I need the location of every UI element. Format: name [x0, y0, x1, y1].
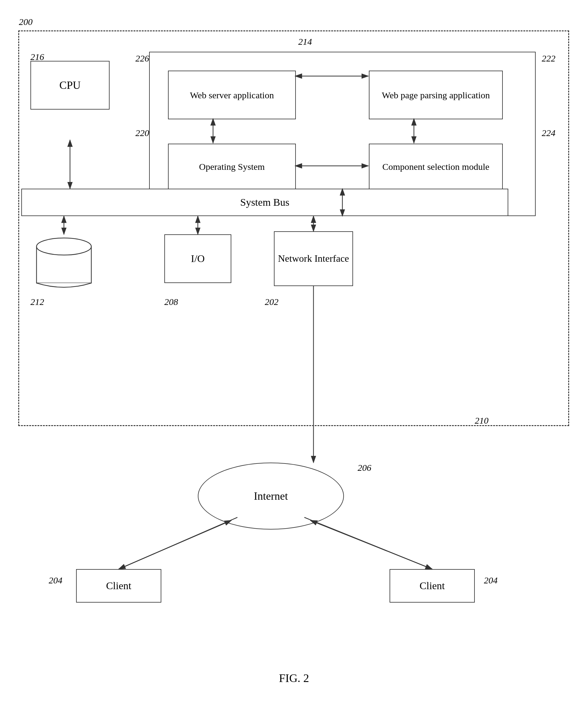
- ref-204-right: 204: [484, 575, 498, 585]
- ref-226: 226: [135, 53, 149, 64]
- svg-point-1: [36, 238, 91, 255]
- svg-line-15: [119, 521, 231, 569]
- client-box-left: Client: [76, 569, 161, 603]
- network-interface-label: Network Interface: [278, 252, 349, 265]
- web-parse-box: Web page parsing application: [369, 71, 503, 119]
- ref-208: 208: [164, 297, 178, 307]
- ref-214: 214: [298, 36, 312, 47]
- ref-212: 212: [30, 297, 44, 307]
- io-label: I/O: [191, 253, 205, 264]
- os-box: Operating System: [168, 144, 296, 189]
- ref-204-left: 204: [49, 575, 62, 585]
- diagram: 200 210 Web server application Web page …: [0, 0, 588, 703]
- cpu-label: CPU: [59, 79, 81, 92]
- ref-202: 202: [265, 297, 279, 307]
- comp-sel-box: Component selection module: [369, 144, 503, 189]
- os-label: Operating System: [199, 161, 265, 172]
- cpu-box: CPU: [30, 61, 109, 109]
- ref-224: 224: [542, 128, 556, 138]
- fig-label: FIG. 2: [279, 671, 309, 685]
- ref-206: 206: [358, 463, 371, 473]
- ref-200: 200: [19, 17, 32, 27]
- svg-line-14: [119, 517, 237, 569]
- ref-210: 210: [475, 415, 489, 426]
- ref-222: 222: [542, 53, 556, 64]
- svg-line-16: [304, 517, 432, 569]
- client-left-label: Client: [106, 580, 131, 592]
- client-right-label: Client: [419, 580, 445, 592]
- system-bus-label: System Bus: [240, 197, 289, 208]
- svg-line-17: [310, 521, 432, 569]
- client-box-right: Client: [389, 569, 475, 603]
- ref-216: 216: [30, 52, 44, 62]
- web-parse-label: Web page parsing application: [382, 89, 490, 101]
- web-server-box: Web server application: [168, 71, 296, 119]
- internet-ellipse: Internet: [198, 463, 344, 530]
- io-box: I/O: [164, 234, 231, 283]
- web-server-label: Web server application: [190, 89, 274, 101]
- network-interface-box: Network Interface: [274, 231, 353, 286]
- storage-cylinder: [30, 234, 97, 290]
- system-bus-box: System Bus: [21, 189, 508, 216]
- comp-sel-label: Component selection module: [382, 161, 490, 172]
- internet-label: Internet: [254, 490, 288, 502]
- ref-220: 220: [135, 128, 149, 138]
